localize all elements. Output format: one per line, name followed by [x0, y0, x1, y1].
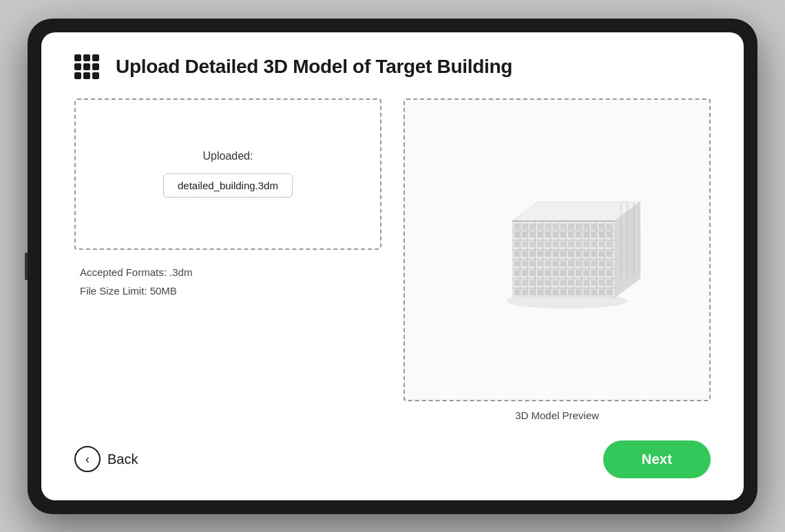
svg-rect-115: [514, 289, 519, 295]
svg-rect-43: [561, 232, 565, 237]
svg-rect-70: [568, 251, 573, 256]
svg-rect-123: [576, 289, 580, 295]
next-button[interactable]: Next: [603, 440, 711, 478]
svg-rect-47: [591, 232, 596, 237]
svg-rect-95: [561, 270, 565, 275]
svg-rect-86: [591, 260, 596, 266]
building-model-svg: [468, 181, 647, 319]
grid-cell: [74, 72, 81, 79]
svg-rect-32: [576, 223, 580, 228]
svg-rect-52: [530, 241, 534, 246]
svg-rect-108: [561, 279, 565, 285]
svg-rect-85: [583, 260, 588, 266]
grid-cell: [92, 63, 99, 70]
svg-rect-56: [561, 241, 565, 246]
svg-rect-40: [537, 232, 542, 237]
svg-rect-41: [545, 232, 550, 237]
svg-rect-53: [537, 241, 542, 246]
svg-rect-105: [537, 279, 542, 285]
svg-rect-90: [522, 270, 527, 275]
svg-rect-98: [583, 270, 588, 275]
svg-rect-30: [561, 223, 565, 228]
svg-rect-79: [537, 260, 542, 266]
tablet-screen: Upload Detailed 3D Model of Target Build…: [41, 32, 744, 500]
back-button[interactable]: ‹ Back: [74, 446, 138, 472]
svg-rect-36: [607, 223, 611, 228]
svg-rect-103: [522, 279, 527, 285]
svg-rect-42: [553, 232, 558, 237]
svg-rect-87: [598, 260, 603, 266]
svg-rect-27: [537, 223, 542, 228]
svg-rect-62: [607, 241, 611, 246]
grid-cell: [83, 72, 90, 79]
svg-rect-119: [545, 289, 550, 295]
svg-rect-96: [568, 270, 573, 275]
upload-drop-zone[interactable]: Uploaded: detailed_building.3dm: [74, 98, 381, 250]
grid-icon: [74, 54, 99, 79]
svg-rect-60: [591, 241, 596, 246]
svg-rect-76: [514, 260, 519, 266]
svg-rect-59: [583, 241, 588, 246]
svg-rect-28: [545, 223, 550, 228]
svg-rect-82: [561, 260, 565, 266]
filename-badge: detailed_building.3dm: [163, 173, 293, 198]
grid-cell: [83, 54, 90, 61]
svg-rect-78: [530, 260, 534, 266]
svg-rect-71: [576, 251, 580, 256]
svg-rect-88: [607, 260, 611, 266]
building-preview: [405, 100, 709, 400]
svg-rect-100: [598, 270, 603, 275]
preview-drop-zone: [404, 98, 711, 401]
svg-rect-127: [607, 289, 611, 295]
svg-rect-72: [583, 251, 588, 256]
svg-rect-120: [553, 289, 558, 295]
side-button: [25, 253, 28, 280]
svg-rect-125: [591, 289, 596, 295]
preview-label: 3D Model Preview: [404, 409, 711, 421]
grid-cell: [92, 54, 99, 61]
svg-rect-106: [545, 279, 550, 285]
tablet-frame: Upload Detailed 3D Model of Target Build…: [28, 19, 757, 514]
svg-rect-77: [522, 260, 527, 266]
page-title: Upload Detailed 3D Model of Target Build…: [116, 56, 512, 78]
svg-rect-124: [583, 289, 588, 295]
svg-rect-25: [522, 223, 527, 228]
svg-rect-26: [530, 223, 534, 228]
svg-rect-122: [568, 289, 573, 295]
header: Upload Detailed 3D Model of Target Build…: [74, 54, 711, 79]
grid-cell: [74, 63, 81, 70]
svg-rect-35: [598, 223, 603, 228]
svg-rect-24: [514, 223, 519, 228]
svg-rect-101: [607, 270, 611, 275]
preview-panel: 3D Model Preview: [404, 98, 711, 421]
grid-cell: [74, 54, 81, 61]
svg-rect-37: [514, 232, 519, 237]
svg-rect-67: [545, 251, 550, 256]
svg-rect-113: [598, 279, 603, 285]
svg-rect-64: [522, 251, 527, 256]
svg-rect-51: [522, 241, 527, 246]
svg-rect-66: [537, 251, 542, 256]
svg-rect-94: [553, 270, 558, 275]
svg-rect-45: [576, 232, 580, 237]
svg-rect-109: [568, 279, 573, 285]
svg-rect-116: [522, 289, 527, 295]
svg-rect-81: [553, 260, 558, 266]
svg-rect-110: [576, 279, 580, 285]
svg-rect-99: [591, 270, 596, 275]
svg-rect-104: [530, 279, 534, 285]
uploaded-label: Uploaded:: [203, 150, 253, 162]
svg-rect-65: [530, 251, 534, 256]
svg-rect-31: [568, 223, 573, 228]
svg-rect-57: [568, 241, 573, 246]
svg-rect-48: [598, 232, 603, 237]
svg-rect-84: [576, 260, 580, 266]
svg-rect-126: [598, 289, 603, 295]
svg-rect-34: [591, 223, 596, 228]
file-size-label: File Size Limit: 50MB: [80, 285, 376, 297]
svg-rect-111: [583, 279, 588, 285]
svg-rect-58: [576, 241, 580, 246]
svg-rect-55: [553, 241, 558, 246]
svg-rect-93: [545, 270, 550, 275]
svg-rect-102: [514, 279, 519, 285]
